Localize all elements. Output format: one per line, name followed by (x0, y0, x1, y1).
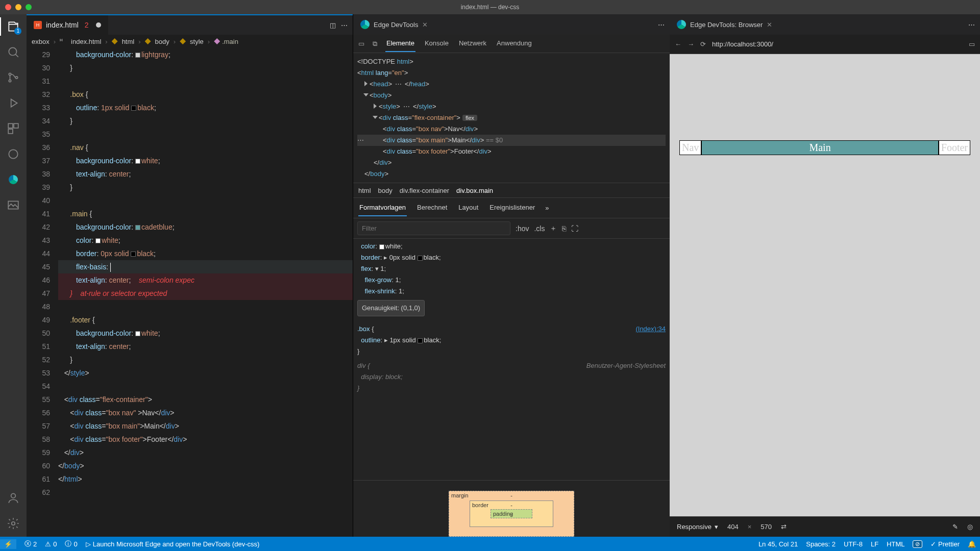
breadcrumb[interactable]: exbox› Hindex.html› html› body› style› .… (27, 35, 353, 48)
debug-icon[interactable] (6, 96, 20, 110)
info-status[interactable]: ⓘ 0 (65, 539, 77, 548)
scm-icon[interactable] (6, 70, 20, 85)
vw-width[interactable]: 404 (727, 523, 739, 531)
dom-tree[interactable]: <!DOCTYPE html> <html lang="en"> <head>⋯… (353, 53, 670, 183)
encoding[interactable]: UTF-8 (844, 540, 863, 548)
tab-konsole[interactable]: Konsole (424, 35, 450, 52)
rendered-footer: Footer (939, 140, 970, 155)
html-file-icon: H (60, 38, 67, 45)
close-icon[interactable]: ✕ (422, 21, 428, 29)
minimize-window-icon[interactable] (15, 4, 21, 10)
svg-rect-4 (8, 123, 13, 128)
svg-point-0 (9, 47, 16, 55)
window-title: index.html — dev-css (461, 4, 520, 11)
symbol-icon (112, 38, 118, 44)
device-select[interactable]: Responsive ▾ (677, 523, 718, 531)
crumb[interactable]: body (155, 38, 169, 45)
svg-point-10 (12, 522, 15, 525)
crumb[interactable]: index.html (71, 38, 101, 45)
inspect-icon[interactable]: ▭ (969, 40, 975, 48)
errors-status[interactable]: ⓧ 2 (24, 539, 37, 548)
reload-icon[interactable]: ⟳ (700, 40, 706, 48)
crumb[interactable]: style (190, 38, 204, 45)
titlebar: index.html — dev-css (0, 0, 980, 14)
rotate-icon[interactable]: ⇄ (781, 523, 787, 531)
crumb[interactable]: body (378, 187, 393, 194)
edge-tools-icon[interactable] (6, 172, 20, 187)
prettier-status[interactable]: ✓ Prettier (930, 540, 960, 548)
tab-berechnet[interactable]: Berechnet (416, 199, 448, 216)
dom-breadcrumb[interactable]: html body div.flex-container div.box.mai… (353, 183, 670, 198)
gear-icon[interactable] (6, 516, 20, 531)
crumb[interactable]: html (122, 38, 135, 45)
code-lines[interactable]: background-color: lightgray; } .box { ou… (58, 48, 353, 537)
indent[interactable]: Spaces: 2 (806, 540, 836, 548)
remote-icon[interactable] (6, 147, 20, 161)
crumb[interactable]: html (358, 187, 371, 194)
eol[interactable]: LF (871, 540, 878, 548)
filter-input[interactable] (357, 221, 510, 235)
tab-formatvorlagen[interactable]: Formatvorlagen (358, 199, 407, 216)
crumb[interactable]: .main (222, 38, 238, 45)
crumb[interactable]: div.flex-container (400, 187, 449, 194)
add-rule-icon[interactable]: ＋ (550, 224, 557, 233)
code-editor[interactable]: 2930313233343536373839404142434445464748… (27, 48, 353, 537)
close-icon[interactable]: ✕ (767, 21, 772, 29)
tab-layout[interactable]: Layout (457, 199, 479, 216)
tab-anwendung[interactable]: Anwendung (496, 35, 533, 52)
image-icon[interactable] (6, 198, 20, 212)
tab-error-count: 2 (85, 21, 89, 29)
edge-icon (360, 20, 370, 29)
inspect-icon[interactable]: ▭ (358, 40, 364, 47)
tab-netzwerk[interactable]: Netzwerk (458, 35, 487, 52)
split-editor-icon[interactable]: ◫ (330, 21, 336, 29)
account-icon[interactable] (6, 491, 20, 505)
remote-indicator[interactable]: ⚡ (0, 539, 16, 549)
styles-pane[interactable]: color: white; border: ▸ 0px solid black;… (353, 239, 670, 480)
bell-icon[interactable]: 🔔 (968, 540, 976, 548)
cursor-pos[interactable]: Ln 45, Col 21 (758, 540, 798, 548)
tab-edge-devtools[interactable]: Edge DevTools ✕ (353, 14, 435, 35)
source-link[interactable]: (Index):34 (635, 323, 666, 335)
extensions-icon[interactable] (6, 121, 20, 136)
warnings-status[interactable]: ⚠ 0 (45, 540, 57, 548)
devtools-panel: Edge DevTools ✕ ⋯ ▭ ⧉ Elemente Konsole N… (353, 14, 670, 537)
editor-tabs: H index.html 2 ◫ ⋯ (27, 14, 353, 35)
hov-toggle[interactable]: :hov (516, 224, 529, 233)
port-badge[interactable]: ⊘ (913, 540, 922, 548)
vw-height[interactable]: 570 (761, 523, 772, 531)
more-icon[interactable]: ⋯ (341, 21, 348, 29)
tab-label: index.html (46, 21, 79, 29)
html-file-icon: H (34, 21, 42, 29)
crumb[interactable]: exbox (32, 38, 50, 45)
expand-icon[interactable]: ⛶ (571, 224, 578, 233)
ua-label: Benutzer-Agent-Stylesheet (586, 360, 666, 371)
cls-toggle[interactable]: .cls (534, 224, 545, 233)
copy-icon[interactable]: ⎘ (562, 224, 566, 233)
device-icon[interactable]: ⧉ (373, 40, 377, 48)
tab-index-html[interactable]: H index.html 2 (27, 15, 108, 35)
target-icon[interactable]: ◎ (967, 523, 973, 531)
crumb[interactable]: div.box.main (456, 187, 493, 194)
tab-ereignislistener[interactable]: Ereignislistener (488, 199, 536, 216)
more-icon[interactable]: ⋯ (658, 21, 665, 29)
line-gutter: 2930313233343536373839404142434445464748… (27, 48, 58, 537)
styles-tabs: Formatvorlagen Berechnet Layout Ereignis… (353, 198, 670, 218)
maximize-window-icon[interactable] (26, 4, 32, 10)
svg-point-9 (11, 493, 16, 498)
specificity-tooltip: Genauigkeit: (0,1,0) (357, 300, 425, 316)
search-icon[interactable] (6, 45, 20, 59)
explorer-icon[interactable]: 1 (6, 19, 20, 34)
eyedropper-icon[interactable]: ✎ (952, 523, 958, 531)
back-icon[interactable]: ← (675, 40, 681, 48)
url-field[interactable]: http://localhost:3000/ (712, 40, 963, 48)
close-window-icon[interactable] (5, 4, 11, 10)
launch-task[interactable]: ▷ Launch Microsoft Edge and open the Dev… (86, 540, 260, 548)
forward-icon[interactable]: → (688, 40, 694, 48)
language[interactable]: HTML (887, 540, 904, 548)
more-icon[interactable]: » (545, 204, 549, 212)
viewport: Nav Main Footer (670, 54, 980, 516)
tab-edge-browser[interactable]: Edge DevTools: Browser ✕ (670, 14, 779, 35)
more-icon[interactable]: ⋯ (968, 21, 975, 29)
tab-elemente[interactable]: Elemente (385, 35, 415, 52)
